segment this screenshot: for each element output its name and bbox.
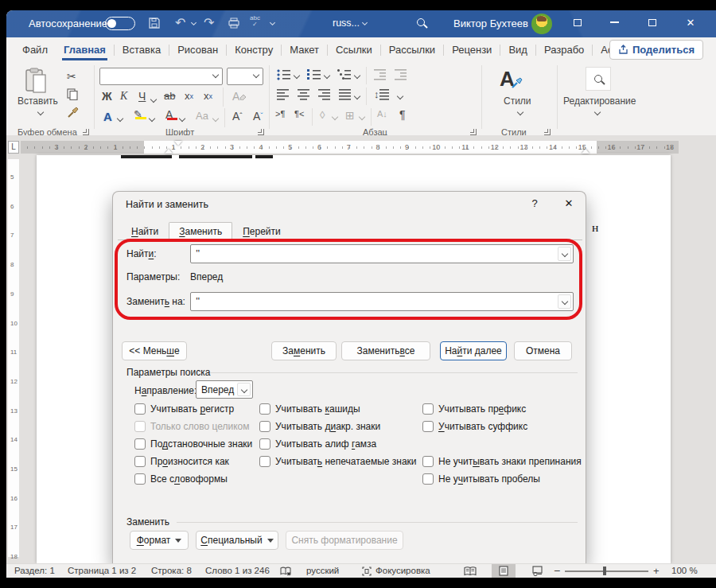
rtl-paragraph-button[interactable]: ¶< — [294, 109, 304, 119]
font-size-combo[interactable] — [227, 68, 263, 85]
minimize-icon[interactable] — [601, 12, 627, 33]
line-spacing-button[interactable]: ↕ — [374, 88, 389, 100]
shrink-font-button[interactable]: Аˇ — [253, 110, 263, 123]
checkbox-box[interactable] — [134, 473, 146, 485]
zoom-slider-thumb[interactable] — [603, 567, 606, 575]
ribbon-tab-рисован[interactable]: Рисован — [169, 39, 226, 61]
show-marks-button[interactable]: ¶ — [399, 108, 406, 121]
cut-icon[interactable]: ✂ — [67, 70, 76, 83]
justify-button[interactable] — [339, 88, 352, 100]
justify-dropdown-icon[interactable] — [354, 93, 360, 99]
status-words[interactable]: Слово 1 из 246 — [205, 566, 270, 575]
status-language[interactable]: русский — [306, 566, 339, 575]
multilevel-dropdown-icon[interactable] — [354, 72, 360, 79]
save-icon[interactable] — [148, 17, 161, 29]
ribbon-tab-вид[interactable]: Вид — [500, 39, 535, 61]
share-button[interactable]: Поделиться — [609, 40, 703, 60]
font-color-button[interactable]: А — [165, 108, 173, 121]
direction-dropdown-icon[interactable] — [237, 383, 251, 396]
shading-button[interactable]: ◊ — [320, 109, 325, 121]
print-preview-icon[interactable] — [228, 17, 240, 29]
highlight-button[interactable]: ✎ — [134, 108, 142, 120]
less-button[interactable]: << Меньше — [122, 341, 187, 360]
editing-dropdown-icon[interactable] — [594, 109, 601, 115]
checkbox-box[interactable] — [259, 421, 270, 432]
subscript-button[interactable]: xx — [185, 90, 193, 102]
search-option-checkbox[interactable]: Учитывать суффикс — [422, 418, 590, 435]
editing-label[interactable]: Редактирование — [563, 95, 636, 107]
checkbox-box[interactable] — [422, 403, 434, 415]
editing-find-icon[interactable] — [586, 67, 611, 91]
bold-button[interactable]: Ж — [102, 90, 112, 103]
styles-label[interactable]: Стили — [504, 95, 531, 107]
dialog-tab-заменить[interactable]: Заменить — [169, 222, 232, 240]
search-option-checkbox[interactable]: Учитывать непечатаемые знаки — [259, 453, 422, 470]
replace-all-button[interactable]: Заменить все — [341, 341, 430, 360]
checkbox-box[interactable] — [422, 456, 434, 467]
search-option-checkbox[interactable]: Все словоформы — [134, 470, 302, 488]
text-effects-dropdown-icon[interactable] — [117, 115, 123, 122]
replace-dropdown-icon[interactable] — [558, 294, 571, 309]
search-option-checkbox[interactable]: Не учитывать пробелы — [422, 470, 590, 488]
search-option-checkbox[interactable]: Учитывать алиф гамза — [259, 435, 422, 453]
decrease-indent-button[interactable] — [374, 68, 387, 80]
checkbox-box[interactable] — [422, 473, 434, 485]
title-dropdown-icon[interactable] — [362, 20, 368, 25]
tab-stop-selector[interactable]: L — [8, 141, 19, 154]
direction-combo[interactable]: Вперед — [196, 380, 253, 399]
status-focus[interactable]: Фокусировка — [376, 566, 430, 575]
replace-input[interactable]: " — [190, 292, 574, 311]
checkbox-box[interactable] — [259, 438, 270, 450]
web-layout-button[interactable] — [525, 564, 549, 578]
search-option-checkbox[interactable]: Учитывать префикс — [422, 400, 590, 418]
italic-button[interactable]: К — [120, 90, 127, 103]
replace-button[interactable]: Заменить — [271, 341, 337, 360]
autosave-toggle[interactable] — [105, 17, 135, 30]
grow-font-button[interactable]: Аˆ — [232, 110, 243, 123]
undo-icon[interactable]: ↶ — [175, 15, 185, 30]
checkbox-box[interactable] — [134, 403, 146, 415]
checkbox-box[interactable] — [259, 403, 270, 415]
line-spacing-dropdown-icon[interactable] — [397, 93, 403, 99]
format-painter-icon[interactable] — [67, 107, 79, 119]
checkbox-box[interactable] — [134, 438, 146, 450]
paste-dropdown-icon[interactable] — [37, 109, 44, 115]
strikethrough-button[interactable]: ab — [164, 90, 175, 102]
text-effects-button[interactable]: А — [103, 110, 112, 123]
ribbon-tab-макет[interactable]: Макет — [282, 39, 327, 61]
change-case-button[interactable]: Аа — [196, 110, 208, 122]
borders-dropdown-icon[interactable] — [359, 114, 365, 120]
zoom-slider[interactable] — [565, 570, 648, 572]
status-section[interactable]: Раздел: 1 — [14, 566, 55, 575]
font-color-dropdown-icon[interactable] — [179, 115, 185, 122]
numbering-dropdown-icon[interactable] — [324, 72, 330, 79]
align-right-button[interactable] — [318, 88, 331, 100]
paragraph-dialog-launcher-icon[interactable] — [470, 129, 477, 135]
align-center-button[interactable] — [298, 88, 310, 100]
special-button[interactable]: Специальный — [196, 531, 278, 550]
increase-indent-button[interactable] — [395, 68, 407, 80]
search-option-checkbox[interactable]: Учитывать кашиды — [259, 400, 422, 418]
borders-button[interactable]: ⊞ — [345, 109, 355, 122]
numbering-button[interactable] — [307, 68, 321, 80]
multilevel-list-button[interactable] — [337, 68, 352, 80]
paste-button[interactable] — [24, 68, 48, 95]
dialog-close-icon[interactable]: ✕ — [560, 197, 578, 209]
ribbon-tab-констру[interactable]: Констру — [227, 39, 281, 61]
ribbon-tab-рецензи[interactable]: Рецензи — [444, 39, 500, 61]
zoom-in-icon[interactable]: + — [653, 565, 660, 577]
find-next-button[interactable]: Найти далее — [440, 341, 507, 360]
bullets-button[interactable] — [277, 68, 291, 80]
close-icon[interactable]: ✕ — [678, 12, 703, 33]
print-layout-button[interactable] — [492, 564, 516, 578]
underline-button[interactable]: Ч — [138, 90, 146, 103]
styles-dropdown-icon[interactable] — [517, 109, 523, 115]
undo-dropdown-icon[interactable] — [191, 20, 197, 25]
maximize-icon[interactable] — [640, 12, 665, 33]
status-page[interactable]: Страница 1 из 2 — [68, 566, 136, 575]
ribbon-tab-разрабо[interactable]: Разрабо — [536, 39, 592, 61]
checkbox-box[interactable] — [422, 421, 434, 432]
ltr-paragraph-button[interactable]: >¶ — [275, 109, 285, 119]
shading-dropdown-icon[interactable] — [332, 114, 338, 120]
search-icon[interactable] — [417, 18, 425, 26]
